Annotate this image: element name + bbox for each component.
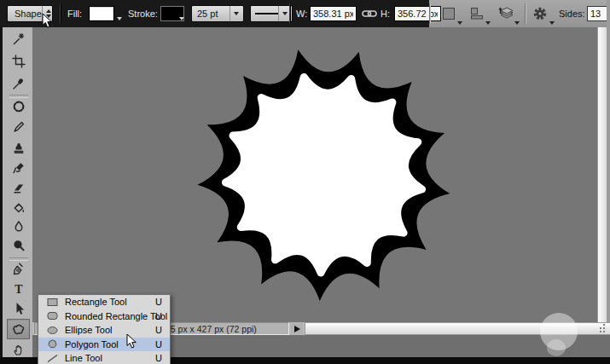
sides-label: Sides: — [559, 9, 585, 19]
crop-tool[interactable] — [7, 53, 30, 70]
fill-dropdown-icon[interactable] — [117, 17, 122, 20]
paint-bucket-tool[interactable] — [7, 199, 30, 217]
hand-tool[interactable] — [7, 341, 30, 358]
pencil-tool[interactable] — [7, 118, 30, 136]
path-arrangement-button[interactable] — [498, 6, 515, 21]
history-brush-tool[interactable] — [7, 159, 30, 176]
blur-tool[interactable] — [7, 218, 30, 235]
rounded-rectangle-icon — [46, 311, 59, 321]
menu-item-rounded-rectangle-tool[interactable]: Rounded Rectangle Tool U — [38, 309, 170, 324]
gear-settings-button[interactable] — [532, 6, 548, 21]
path-selection-tool[interactable] — [7, 300, 30, 317]
path-alignment-dropdown-icon[interactable] — [485, 21, 491, 25]
path-operations-dropdown-icon[interactable] — [457, 21, 462, 25]
polygon-icon — [46, 339, 59, 349]
separator — [60, 3, 61, 24]
width-input[interactable] — [310, 6, 357, 21]
document-dimensions-text: 15 px x 427 px (72 ppi) — [166, 324, 257, 334]
menu-item-polygon-tool[interactable]: Polygon Tool U — [38, 338, 170, 352]
svg-text:T: T — [15, 283, 23, 296]
line-style-icon — [255, 13, 278, 14]
stroke-style-dropdown[interactable] — [250, 5, 293, 22]
stroke-label: Stroke: — [128, 9, 158, 19]
eraser-tool[interactable] — [7, 180, 30, 197]
ellipse-icon — [46, 326, 59, 335]
menu-item-line-tool[interactable]: Line Tool U — [38, 351, 170, 364]
options-bar: Shape Fill: Stroke: 25 pt W: H: — [0, 0, 610, 29]
pen-tool[interactable] — [7, 261, 30, 278]
resize-grip[interactable] — [598, 323, 607, 334]
separator — [525, 3, 526, 24]
watermark-blob-small — [547, 339, 566, 356]
height-label: H: — [381, 9, 390, 19]
shape-tools-flyout-menu: Rectangle Tool U Rounded Rectangle Tool … — [38, 294, 171, 364]
spot-healing-tool[interactable] — [7, 98, 30, 115]
stroke-dropdown-icon[interactable] — [179, 17, 184, 20]
width-label: W: — [296, 9, 307, 19]
clone-stamp-tool[interactable] — [7, 139, 30, 156]
line-icon — [46, 354, 59, 363]
dodge-tool[interactable] — [7, 237, 30, 254]
mouse-cursor-options-bar — [42, 13, 53, 31]
path-operations-button[interactable] — [442, 7, 456, 20]
right-triangle-icon — [294, 326, 300, 332]
tool-mode-label: Shape — [8, 9, 42, 19]
status-flyout-button[interactable] — [291, 323, 303, 334]
shape-tool[interactable] — [7, 319, 30, 339]
photoshop-window: Shape Fill: Stroke: 25 pt W: H: — [0, 0, 610, 364]
fill-label: Fill: — [67, 9, 82, 19]
polygon-starburst-shape — [32, 27, 597, 322]
link-dimensions-icon[interactable] — [362, 9, 377, 19]
menu-item-ellipse-tool[interactable]: Ellipse Tool U — [38, 323, 170, 338]
stroke-width-dropdown[interactable]: 25 pt — [191, 5, 244, 22]
separator — [429, 3, 430, 24]
separator — [289, 3, 290, 24]
rectangle-icon — [46, 298, 59, 307]
path-arrangement-dropdown-icon[interactable] — [514, 21, 520, 25]
toolbar: T — [0, 27, 35, 364]
height-input[interactable] — [394, 6, 441, 21]
type-tool[interactable]: T — [7, 280, 30, 298]
eyedropper-tool[interactable] — [7, 75, 30, 92]
path-alignment-button[interactable] — [470, 7, 485, 20]
window-right-edge — [607, 0, 610, 364]
stroke-width-dropdown-icon — [229, 6, 243, 21]
mouse-cursor-menu — [126, 333, 137, 351]
gear-dropdown-icon[interactable] — [549, 21, 555, 25]
stroke-width-value: 25 pt — [192, 9, 218, 19]
menu-item-rectangle-tool[interactable]: Rectangle Tool U — [38, 295, 170, 309]
magic-wand-tool[interactable] — [7, 31, 30, 48]
document-canvas[interactable] — [32, 27, 597, 322]
fill-swatch[interactable] — [89, 6, 114, 21]
